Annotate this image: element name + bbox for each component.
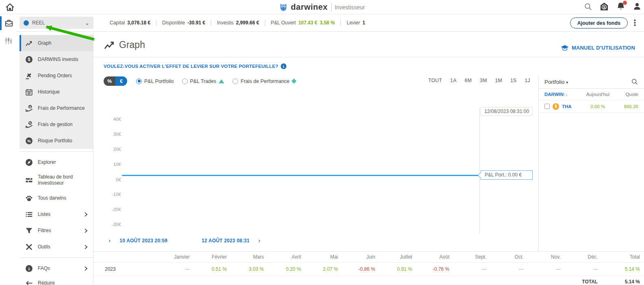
stat-capital: Capital 3,076.18 € [104,20,156,26]
account-selector[interactable]: REEL ⌄ [20,17,93,29]
pl-portfolio-line [122,175,479,176]
dashboard-icon [25,176,33,184]
portfolio-table-header: DARWIN↑↓ Aujourd'hui Quote [539,89,644,100]
owl-logo-icon [279,3,288,11]
graduation-cap-icon [561,45,569,51]
triangle-marker-icon [219,79,224,83]
sidebar-item-filtres[interactable]: Filtres [20,222,93,239]
month-header: Juin [342,252,379,263]
sidebar-item-reduire[interactable]: Réduire [20,276,93,285]
column-aujourdhui: Aujourd'hui [582,92,614,97]
paw-icon [25,194,33,202]
darwin-name[interactable]: THA [562,104,572,109]
chevron-right-icon [84,266,88,271]
markets-candles-icon[interactable] [4,37,13,46]
add-funds-button[interactable]: Ajouter des fonds [570,17,628,28]
date-to-link[interactable]: 12 AOÛT 2023 08:31 [202,238,249,244]
chevron-down-icon: ⌄ [85,20,89,26]
stat-investis: Investis 2,999.66 € [211,20,265,26]
sidebar-item-outils[interactable]: Outils [20,239,93,255]
vault-icon[interactable]: $ [599,2,609,11]
svg-text:$: $ [28,57,30,62]
row-checkbox[interactable] [544,104,550,109]
y-tick: 30€ [97,132,121,137]
caret-down-icon: ▾ [566,80,568,85]
portfolio-row-tha[interactable]: $ THA 0.00 % 866.26 [539,100,644,113]
radio-pl-trades[interactable]: P&L Trades [182,78,225,84]
percent-circle-icon: % [25,137,33,145]
chevron-left-icon[interactable]: ‹ [109,237,111,244]
sidebar-item-historique[interactable]: Historique [20,84,93,100]
portfolio-panel: Portfolio ▾ DARWIN↑↓ Aujourd'hui Quote $… [538,75,644,251]
sidebar-item-frais-gestion[interactable]: % Frais de gestion [20,116,93,133]
brand-divider [331,3,332,12]
hand-percent-icon: % [25,121,33,128]
date-from-link[interactable]: 10 AOÛT 2023 20:59 [119,238,167,244]
sidebar: Graph $ DARWINS investis Pending Orders … [20,32,93,285]
total-label: TOTAL [93,276,602,285]
stat-levier: Levier 1 [341,20,371,26]
profile-icon[interactable] [633,2,642,11]
more-options-icon[interactable]: ••• [634,19,636,26]
chart-controls: % € P&L Portfolio P&L Trades Frais de Pe… [104,76,296,86]
app-root: darwinex Investisseur $ [0,0,644,285]
sidebar-item-graph[interactable]: Graph [20,35,93,51]
panel-search-icon[interactable] [631,78,638,85]
range-1j[interactable]: 1J [525,78,530,83]
tools-icon [25,243,33,251]
radio-pl-portfolio[interactable]: P&L Portfolio [136,78,174,84]
unit-toggle[interactable]: % € [104,76,127,86]
range-tout[interactable]: TOUT [428,78,442,83]
sidebar-item-frais-performance[interactable]: $ Frais de Performance [20,100,93,116]
y-tick: -10€ [97,192,121,197]
month-header: Total [602,252,644,263]
column-darwin-sort[interactable]: DARWIN↑↓ [544,92,582,97]
radio-icon[interactable] [232,78,238,84]
radio-frais-performance[interactable]: Frais de Performance [232,78,295,84]
range-1m[interactable]: 1M [495,78,502,83]
divider [93,57,644,57]
account-stats: Capital 3,076.18 € Disponible -30.91 € I… [104,20,371,26]
sort-arrows-icon: ↑↓ [564,92,568,97]
search-icon[interactable] [584,2,592,11]
range-6m[interactable]: 6M [465,78,472,83]
chart-tooltip-value: P&L Port.: 0.00 € [481,170,533,180]
radio-icon[interactable] [182,78,188,84]
chart-crosshair [479,108,480,234]
sidebar-item-faqs[interactable]: i FAQs [20,260,93,276]
sidebar-item-listes[interactable]: Listes [20,206,93,222]
sidebar-item-risque-portfolio[interactable]: % Risque Portfolio [20,133,93,149]
radio-selected-icon[interactable] [136,78,142,84]
manual-link[interactable]: MANUEL D'UTILISATION [561,45,635,51]
range-3m[interactable]: 3M [480,78,487,83]
y-tick: 40€ [97,117,121,122]
sidebar-item-tous-darwins[interactable]: Tous darwins [20,190,93,206]
sidebar-item-tableau-de-bord[interactable]: Tableau de bord Investisseur [20,170,93,190]
column-quote: Quote [614,92,638,97]
home-icon[interactable] [5,2,15,12]
chevron-right-icon[interactable]: › [258,237,260,244]
sidebar-item-darwins-investis[interactable]: $ DARWINS investis [20,51,93,67]
info-icon[interactable]: i [281,63,286,69]
sidebar-section-help: i FAQs Réduire [20,260,93,285]
portfolio-briefcase-icon[interactable] [4,19,13,28]
svg-text:$: $ [603,5,605,9]
range-1s[interactable]: 1S [510,78,516,83]
darwin-today-value: 0.00 % [582,104,614,109]
notifications-bell-icon[interactable] [616,2,626,11]
sidebar-item-pending-orders[interactable]: Pending Orders [20,67,93,84]
sidebar-item-explorer[interactable]: Explorer [20,154,93,170]
portfolio-dropdown[interactable]: Portfolio ▾ [544,79,568,85]
svg-text:%: % [27,138,31,143]
percent-toggle[interactable]: % [104,76,115,86]
svg-text:i: i [28,266,30,271]
month-header: Février [194,252,231,263]
month-value: 0.20 % [268,263,305,276]
euro-toggle[interactable]: € [115,76,127,86]
darwin-quote-value: 866.26 [614,104,638,109]
sidebar-section-explore: Explorer Tableau de bord Investisseur To… [20,154,93,255]
leverage-question-link[interactable]: VOULEZ-VOUS ACTIVER L'EFFET DE LEVIER SU… [104,63,286,69]
range-1a[interactable]: 1A [450,78,456,83]
month-value: --- [528,263,565,276]
date-navigation: ‹ 10 AOÛT 2023 20:59 12 AOÛT 2023 08:31 … [109,237,260,244]
